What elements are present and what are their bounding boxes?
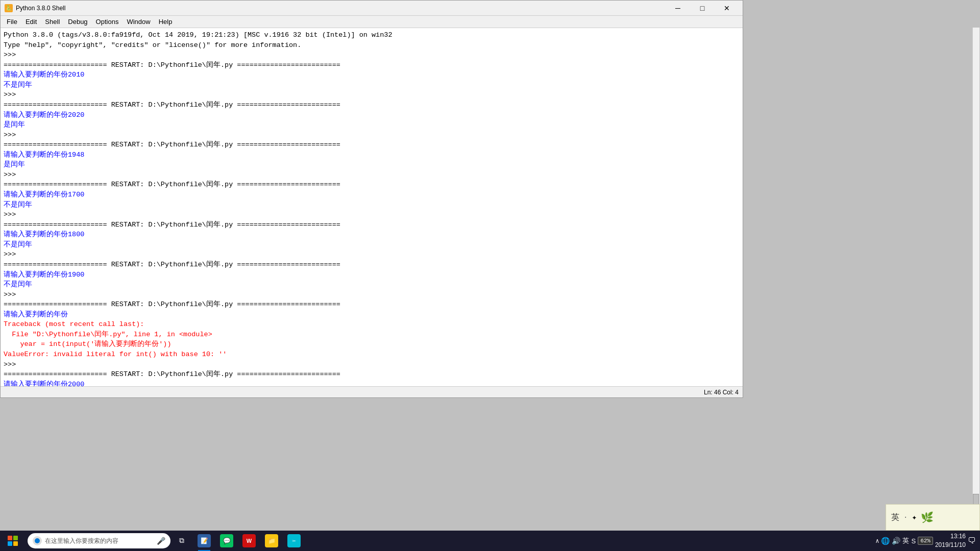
console-line-1: Python 3.8.0 (tags/v3.8.0:fa919fd, Oct 1… (4, 30, 740, 40)
ime-indicator[interactable]: S (911, 537, 916, 545)
minimize-button[interactable]: ─ (666, 1, 690, 16)
console-traceback-2: File "D:\Pythonfile\闰年.py", line 1, in <… (4, 330, 740, 340)
taskbar-app-wechat[interactable]: 💬 (215, 531, 238, 551)
console-restart-7: ========================= RESTART: D:\Py… (4, 299, 740, 310)
menu-shell[interactable]: Shell (41, 17, 64, 27)
taskbar-app-wps[interactable]: W (238, 531, 260, 551)
title-bar: 🐍 Python 3.8.0 Shell ─ □ ✕ (1, 1, 743, 16)
taskbar-app-snipaste[interactable]: ✂ (283, 531, 305, 551)
ime-icon-leaf: 🌿 (921, 511, 934, 524)
ime-icon-1[interactable]: ✦ (912, 512, 917, 522)
wechat-icon: 💬 (220, 534, 233, 547)
console-prompt-7: >>> (4, 290, 740, 300)
console-input-4: 请输入要判断的年份1700 (4, 190, 740, 200)
close-button[interactable]: ✕ (715, 1, 739, 16)
menu-bar: File Edit Shell Debug Options Window Hel… (1, 16, 743, 28)
console-input-1: 请输入要判断的年份2010 (4, 70, 740, 80)
file-explorer-icon: 📁 (265, 534, 278, 547)
menu-options[interactable]: Options (92, 17, 123, 27)
taskbar-app-notepad[interactable]: 📝 (193, 531, 215, 551)
menu-file[interactable]: File (3, 17, 21, 27)
scrollbar-track[interactable] (972, 28, 979, 519)
console-restart-8: ========================= RESTART: D:\Py… (4, 369, 740, 380)
console-result-2: 是闰年 (4, 120, 740, 130)
menu-help[interactable]: Help (155, 17, 177, 27)
console-result-5: 不是闰年 (4, 240, 740, 250)
snipaste-icon: ✂ (287, 534, 301, 547)
wps-icon: W (242, 534, 256, 547)
console-prompt-8: >>> (4, 360, 740, 370)
console-traceback-4: ValueError: invalid literal for int() wi… (4, 349, 740, 360)
maximize-button[interactable]: □ (691, 1, 714, 16)
title-bar-left: 🐍 Python 3.8.0 Shell (5, 4, 65, 12)
console-line-2: Type "help", "copyright", "credits" or "… (4, 40, 740, 51)
menu-edit[interactable]: Edit (21, 17, 41, 27)
window-controls: ─ □ ✕ (666, 1, 739, 16)
console-input-5: 请输入要判断的年份1800 (4, 230, 740, 240)
console-result-6: 不是闰年 (4, 280, 740, 290)
console-input-6: 请输入要判断的年份1900 (4, 270, 740, 280)
notification-icon[interactable]: 🗨 (968, 536, 976, 546)
clock[interactable]: 13:16 2019/11/10 (935, 532, 966, 549)
console-traceback-3: year = int(input('请输入要判断的年份')) (4, 339, 740, 349)
console-input-3: 请输入要判断的年份1948 (4, 150, 740, 160)
menu-window[interactable]: Window (122, 17, 154, 27)
clock-time: 13:16 (935, 532, 966, 541)
window-title: Python 3.8.0 Shell (16, 5, 65, 12)
taskbar-app-explorer[interactable]: 📁 (260, 531, 283, 551)
menu-debug[interactable]: Debug (64, 17, 91, 27)
console-restart-3: ========================= RESTART: D:\Py… (4, 140, 740, 150)
console-restart-4: ========================= RESTART: D:\Py… (4, 180, 740, 190)
console-result-3: 是闰年 (4, 160, 740, 170)
console-prompt-4: >>> (4, 170, 740, 180)
search-placeholder-text: 在这里输入你要搜索的内容 (45, 537, 118, 545)
microphone-icon[interactable]: 🎤 (157, 537, 165, 545)
windows-logo-icon (8, 536, 18, 546)
cortana-icon (33, 536, 42, 545)
clock-date: 2019/11/10 (935, 541, 966, 549)
console-prompt-1: >>> (4, 50, 740, 60)
python-icon: 🐍 (5, 4, 13, 12)
console-result-4: 不是闰年 (4, 200, 740, 210)
console-traceback-1: Traceback (most recent call last): (4, 319, 740, 330)
battery-indicator: 62% (918, 537, 933, 545)
notepad-icon: 📝 (198, 534, 211, 547)
network-icon[interactable]: 🌐 (881, 537, 890, 545)
console-result-1: 不是闰年 (4, 80, 740, 90)
system-tray: ∧ 🌐 🔊 英 S 62% 13:16 2019/11/10 🗨 (875, 532, 980, 549)
taskview-icon: ⧉ (175, 534, 188, 547)
console-prompt-2: >>> (4, 90, 740, 100)
console-input-7: 请输入要判断的年份 (4, 310, 740, 320)
console-restart-5: ========================= RESTART: D:\Py… (4, 220, 740, 230)
show-hidden-icons[interactable]: ∧ (875, 537, 879, 545)
console-restart-6: ========================= RESTART: D:\Py… (4, 260, 740, 270)
console-output[interactable]: Python 3.8.0 (tags/v3.8.0:fa919fd, Oct 1… (1, 28, 743, 386)
volume-icon[interactable]: 🔊 (892, 537, 900, 545)
console-restart-1: ========================= RESTART: D:\Py… (4, 60, 740, 70)
cursor-position: Ln: 46 Col: 4 (704, 389, 739, 396)
taskbar: 在这里输入你要搜索的内容 🎤 ⧉ 📝 💬 W 📁 ✂ ∧ 🌐 🔊 英 S 62% (0, 531, 980, 551)
ime-punctuation: · (903, 513, 908, 521)
search-bar[interactable]: 在这里输入你要搜索的内容 🎤 (28, 533, 170, 548)
console-prompt-6: >>> (4, 249, 740, 260)
language-indicator[interactable]: 英 (902, 536, 909, 545)
taskbar-taskview[interactable]: ⧉ (170, 531, 193, 551)
ime-toolbar: 英 · ✦ 🌿 (886, 504, 980, 531)
start-button[interactable] (0, 531, 26, 551)
console-restart-2: ========================= RESTART: D:\Py… (4, 100, 740, 110)
status-bar: Ln: 46 Col: 4 (1, 386, 743, 397)
console-prompt-3: >>> (4, 130, 740, 140)
console-prompt-5: >>> (4, 210, 740, 220)
console-input-8: 请输入要判断的年份2000 (4, 380, 740, 386)
ime-lang-label[interactable]: 英 (891, 512, 899, 523)
console-input-2: 请输入要判断的年份2020 (4, 110, 740, 120)
python-shell-window: 🐍 Python 3.8.0 Shell ─ □ ✕ File Edit She… (0, 0, 743, 398)
